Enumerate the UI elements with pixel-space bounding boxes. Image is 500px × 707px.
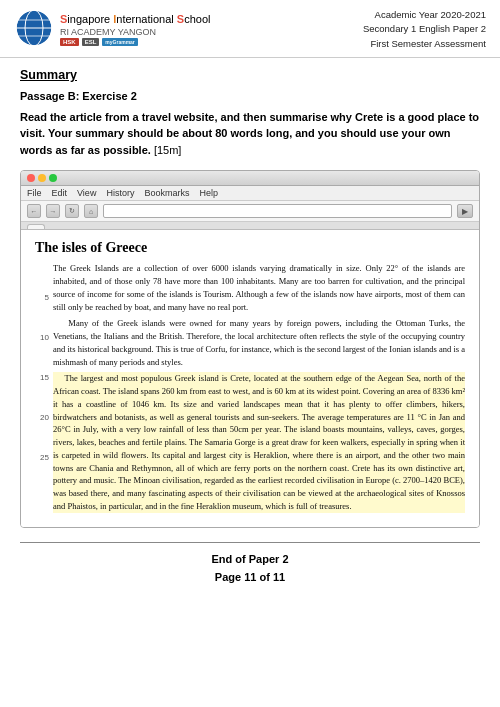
article-content: The isles of Greece 5 10 15 20 25 The Gr… (21, 230, 479, 526)
school-name-block: Singapore International School RI ACADEM… (60, 12, 210, 46)
section-title: Summary (20, 68, 480, 82)
menu-file[interactable]: File (27, 188, 42, 198)
marks: [15m] (154, 144, 182, 156)
instructions: Read the article from a travel website, … (20, 109, 480, 159)
assessment: First Semester Assessment (363, 37, 486, 51)
tab-bar (21, 222, 479, 230)
back-button[interactable]: ← (27, 204, 41, 218)
line-numbers: 5 10 15 20 25 (35, 262, 53, 516)
menu-edit[interactable]: Edit (52, 188, 68, 198)
header-info: Academic Year 2020-2021 Secondary 1 Engl… (363, 8, 486, 51)
close-button[interactable] (27, 174, 35, 182)
menu-view[interactable]: View (77, 188, 96, 198)
go-button[interactable]: ▶ (457, 204, 473, 218)
esl-badge: ESL (82, 38, 100, 46)
article-para-3: The largest and most populous Greek isla… (53, 372, 465, 512)
page-header: Singapore International School RI ACADEM… (0, 0, 500, 58)
grammar-badge: myGrammar (102, 38, 137, 46)
school-name: Singapore International School RI ACADEM… (60, 12, 210, 38)
browser-tab[interactable] (27, 224, 45, 229)
article-para-1: The Greek Islands are a collection of ov… (53, 262, 465, 313)
menu-help[interactable]: Help (199, 188, 218, 198)
traffic-lights (27, 174, 57, 182)
school-logo (14, 8, 54, 50)
passage-label: Passage B: Exercise 2 (20, 90, 480, 102)
menu-history[interactable]: History (106, 188, 134, 198)
minimize-button[interactable] (38, 174, 46, 182)
reload-button[interactable]: ↻ (65, 204, 79, 218)
forward-button[interactable]: → (46, 204, 60, 218)
article-para-2: Many of the Greek islands were owned for… (53, 317, 465, 368)
academic-year: Academic Year 2020-2021 (363, 8, 486, 22)
hsk-badge: HSK (60, 38, 79, 46)
browser-menubar: File Edit View History Bookmarks Help (21, 186, 479, 201)
browser-titlebar (21, 171, 479, 186)
logo-area: Singapore International School RI ACADEM… (14, 8, 210, 50)
badge-row: HSK ESL myGrammar (60, 38, 210, 46)
instructions-bold: Read the article from a travel website, … (20, 111, 479, 156)
home-button[interactable]: ⌂ (84, 204, 98, 218)
article-body: 5 10 15 20 25 The Greek Islands are a co… (35, 262, 465, 516)
maximize-button[interactable] (49, 174, 57, 182)
menu-bookmarks[interactable]: Bookmarks (144, 188, 189, 198)
school-sub: RI ACADEMY YANGON (60, 27, 210, 39)
article-title: The isles of Greece (35, 240, 465, 256)
article-text: The Greek Islands are a collection of ov… (53, 262, 465, 516)
main-content: Summary Passage B: Exercise 2 Read the a… (0, 58, 500, 593)
page-number: Page 11 of 11 (20, 571, 480, 583)
paper-info: Secondary 1 English Paper 2 (363, 22, 486, 36)
end-of-paper: End of Paper 2 (20, 553, 480, 565)
browser-toolbar: ← → ↻ ⌂ ▶ (21, 201, 479, 222)
address-bar[interactable] (103, 204, 452, 218)
browser-window: File Edit View History Bookmarks Help ← … (20, 170, 480, 527)
divider (20, 542, 480, 543)
